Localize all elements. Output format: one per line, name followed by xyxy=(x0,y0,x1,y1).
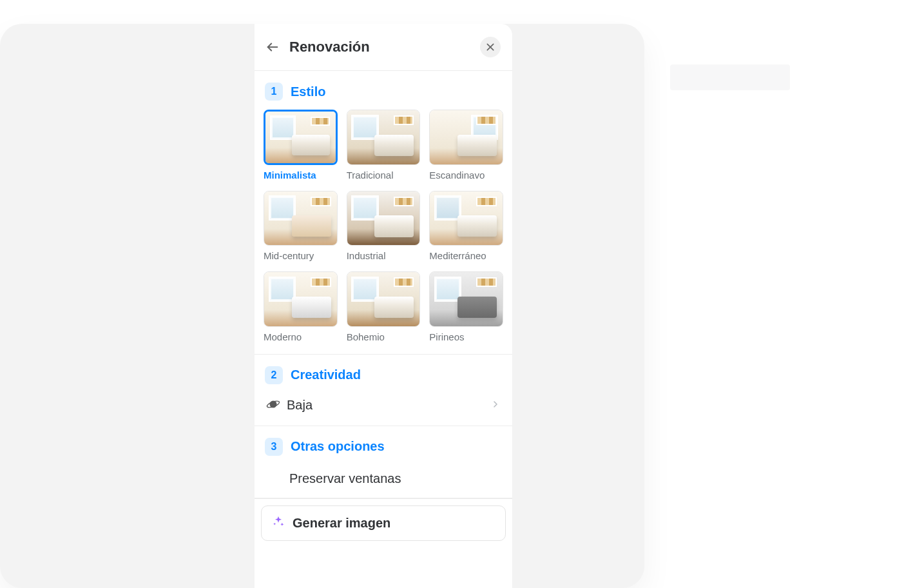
panel-title: Renovación xyxy=(289,39,480,55)
close-icon xyxy=(485,42,496,52)
style-option-industrial[interactable]: Industrial xyxy=(347,191,421,262)
style-option-bohemio[interactable]: Bohemio xyxy=(347,271,421,342)
arrow-left-icon xyxy=(265,40,280,54)
style-option-pirineos[interactable]: Pirineos xyxy=(429,271,503,342)
preserve-windows-label: Preservar ventanas xyxy=(289,471,401,486)
section-creativity: 2 Creatividad Baja xyxy=(255,355,512,426)
style-label: Pirineos xyxy=(429,331,503,342)
creativity-value: Baja xyxy=(287,398,484,413)
style-thumb xyxy=(264,271,338,327)
style-label: Industrial xyxy=(347,250,421,261)
style-label: Moderno xyxy=(264,331,338,342)
decorative-ghost-block xyxy=(670,64,790,90)
renovation-panel: Renovación 1 Estilo Minimalista Tradicio… xyxy=(255,24,513,588)
style-thumb xyxy=(429,271,503,327)
close-button[interactable] xyxy=(480,37,501,57)
style-thumb xyxy=(264,110,338,165)
style-thumb xyxy=(429,191,503,246)
style-option-moderno[interactable]: Moderno xyxy=(264,271,338,342)
section-style-title: Estilo xyxy=(291,84,325,99)
planet-icon xyxy=(266,397,280,414)
step-badge-2: 2 xyxy=(265,366,283,384)
style-thumb xyxy=(347,110,421,165)
style-label: Bohemio xyxy=(347,331,421,342)
style-thumb xyxy=(347,191,421,246)
panel-footer: Generar imagen xyxy=(255,498,512,541)
style-option-mediterraneo[interactable]: Mediterráneo xyxy=(429,191,503,262)
step-badge-1: 1 xyxy=(265,83,283,101)
generate-image-button[interactable]: Generar imagen xyxy=(261,505,506,541)
style-grid: Minimalista Tradicional Escandinavo Mid-… xyxy=(262,110,505,342)
style-option-mid-century[interactable]: Mid-century xyxy=(264,191,338,262)
section-style-header: 1 Estilo xyxy=(262,83,505,101)
style-thumb xyxy=(429,110,503,165)
style-thumb xyxy=(347,271,421,327)
section-creativity-title: Creatividad xyxy=(291,368,361,382)
generate-button-label: Generar imagen xyxy=(293,516,390,531)
style-label: Escandinavo xyxy=(429,170,503,181)
section-creativity-header: 2 Creatividad xyxy=(262,366,505,384)
panel-header: Renovación xyxy=(255,24,512,71)
style-label: Tradicional xyxy=(347,170,421,181)
chevron-right-icon xyxy=(490,399,501,412)
style-option-tradicional[interactable]: Tradicional xyxy=(347,110,421,181)
section-style: 1 Estilo Minimalista Tradicional Escandi… xyxy=(255,71,512,355)
style-thumb xyxy=(264,191,338,246)
style-option-escandinavo[interactable]: Escandinavo xyxy=(429,110,503,181)
section-other-options: 3 Otras opciones Preservar ventanas xyxy=(255,426,512,498)
section-other-header: 3 Otras opciones xyxy=(262,438,505,456)
creativity-selector[interactable]: Baja xyxy=(262,393,505,414)
style-label: Mediterráneo xyxy=(429,250,503,261)
style-option-minimalista[interactable]: Minimalista xyxy=(264,110,338,181)
step-badge-3: 3 xyxy=(265,438,283,456)
style-label: Mid-century xyxy=(264,250,338,261)
section-other-title: Otras opciones xyxy=(291,439,385,454)
style-label: Minimalista xyxy=(264,170,338,181)
preserve-windows-row[interactable]: Preservar ventanas xyxy=(262,465,505,486)
sparkle-icon xyxy=(272,515,285,531)
back-button[interactable] xyxy=(264,38,282,56)
